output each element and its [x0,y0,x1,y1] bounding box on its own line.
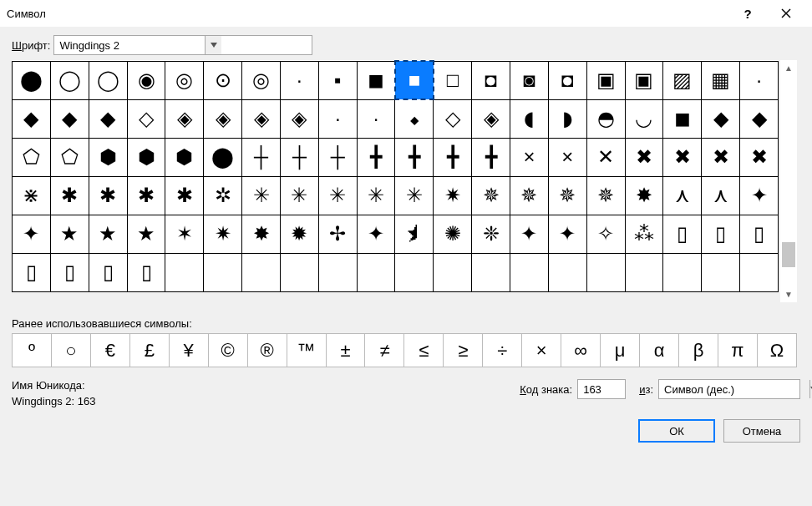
symbol-cell[interactable] [472,253,510,291]
symbol-cell[interactable]: ╋ [434,138,472,176]
ok-button[interactable]: ОК [638,419,715,443]
help-button[interactable]: ? [728,0,767,27]
scroll-up-icon[interactable]: ▲ [784,63,793,73]
recent-symbol-cell[interactable]: © [208,334,247,367]
symbol-cell[interactable]: ╋ [357,138,395,176]
symbol-cell[interactable]: ┼ [281,138,319,176]
symbol-cell[interactable]: ✷ [204,215,242,253]
symbol-cell[interactable]: ▯ [663,215,702,253]
symbol-cell[interactable]: ▯ [13,253,51,291]
recent-symbol-cell[interactable]: ○ [51,334,90,367]
symbol-cell[interactable]: ✢ [318,215,357,253]
recent-symbol-cell[interactable]: μ [601,334,640,367]
recent-symbol-cell[interactable]: ¥ [169,334,208,367]
symbol-cell[interactable]: ◇ [127,99,165,138]
symbol-cell[interactable]: ✦ [13,215,51,253]
char-code-input[interactable] [577,379,626,399]
symbol-cell[interactable]: ✧ [586,215,625,253]
symbol-cell[interactable]: ┼ [318,138,357,176]
recent-symbol-cell[interactable]: α [640,334,679,367]
symbol-cell[interactable]: ✖ [663,138,702,176]
symbol-cell[interactable]: ✖ [625,138,663,176]
symbol-cell[interactable] [204,253,242,291]
symbol-cell[interactable]: ⋏ [702,176,740,215]
symbol-cell[interactable]: ◡ [625,99,663,138]
scroll-thumb[interactable] [782,242,795,267]
close-button[interactable] [767,0,805,27]
symbol-cell[interactable]: ⋏ [663,176,702,215]
symbol-cell[interactable] [702,253,740,291]
symbol-cell[interactable]: ⯨ [395,215,434,253]
symbol-cell[interactable]: ◓ [586,99,625,138]
symbol-cell[interactable]: ⬠ [50,138,89,176]
symbol-cell[interactable] [586,253,625,291]
symbol-cell[interactable]: ✵ [548,176,586,215]
recent-symbol-cell[interactable]: £ [129,334,169,367]
symbol-cell[interactable]: ▦ [702,61,740,99]
recent-symbol-cell[interactable]: ™ [287,334,326,367]
symbol-cell[interactable]: ✳ [281,176,319,215]
recent-symbol-cell[interactable]: € [90,334,129,367]
symbol-cell[interactable]: ▯ [702,215,740,253]
symbol-cell[interactable]: ◆ [13,99,51,138]
symbol-cell[interactable]: ⬥ [395,99,434,138]
symbol-cell[interactable]: · [281,61,319,99]
symbol-cell[interactable]: ✸ [625,176,663,215]
symbol-cell[interactable]: ▯ [740,215,779,253]
symbol-cell[interactable]: ✱ [50,176,89,215]
scroll-down-icon[interactable]: ▼ [784,290,793,299]
symbol-cell[interactable]: ✱ [165,176,204,215]
code-from-combo[interactable] [658,379,800,399]
recent-symbol-cell[interactable]: º [13,334,52,367]
symbol-cell[interactable]: · [318,99,357,138]
recent-symbol-cell[interactable]: ÷ [483,334,522,367]
font-dropdown-button[interactable] [205,36,221,54]
symbol-cell[interactable]: ▨ [663,61,702,99]
symbol-cell[interactable]: ✳ [318,176,357,215]
symbol-cell[interactable]: ◯ [89,61,127,99]
symbol-cell[interactable]: ◆ [702,99,740,138]
font-input[interactable] [54,36,205,54]
symbol-cell[interactable]: ✕ [586,138,625,176]
symbol-cell[interactable]: ⬤ [13,61,51,99]
recent-symbol-cell[interactable]: Ω [757,334,796,367]
symbol-cell[interactable]: ◯ [50,61,89,99]
symbol-cell[interactable]: ✳ [395,176,434,215]
symbol-cell[interactable]: ◇ [434,99,472,138]
symbol-cell[interactable]: ◆ [740,99,779,138]
symbol-cell[interactable]: ◈ [242,99,281,138]
recent-symbol-cell[interactable]: × [522,334,561,367]
recent-symbol-cell[interactable]: β [679,334,718,367]
symbol-cell[interactable]: ⊙ [204,61,242,99]
symbol-cell[interactable]: ✵ [510,176,549,215]
symbol-cell[interactable] [510,253,549,291]
symbol-cell[interactable]: ⬢ [127,138,165,176]
symbol-cell[interactable]: × [548,138,586,176]
symbol-cell[interactable]: ▯ [127,253,165,291]
symbol-cell[interactable]: ✦ [510,215,549,253]
symbol-cell[interactable]: ✳ [357,176,395,215]
symbol-cell[interactable]: ◆ [50,99,89,138]
symbol-cell[interactable] [318,253,357,291]
symbol-cell[interactable]: ◈ [165,99,204,138]
symbol-cell[interactable]: ✹ [281,215,319,253]
symbol-cell[interactable] [242,253,281,291]
symbol-cell[interactable]: × [510,138,549,176]
symbol-cell[interactable]: ◉ [127,61,165,99]
code-from-input[interactable] [659,380,809,398]
symbol-cell[interactable]: ✱ [89,176,127,215]
symbol-cell[interactable] [434,253,472,291]
symbol-cell[interactable]: ✵ [586,176,625,215]
symbol-cell[interactable]: ╋ [472,138,510,176]
symbol-cell[interactable]: ❈ [472,215,510,253]
symbol-cell[interactable]: ▪ [318,61,357,99]
symbol-cell[interactable] [663,253,702,291]
symbol-cell[interactable]: ◗ [548,99,586,138]
recent-symbol-cell[interactable]: ≤ [404,334,444,367]
symbol-cell[interactable]: ⬢ [165,138,204,176]
cancel-button[interactable]: Отмена [723,419,800,443]
font-combo[interactable] [53,35,312,55]
symbol-cell[interactable]: ◆ [89,99,127,138]
symbol-cell[interactable]: ✦ [357,215,395,253]
symbol-cell[interactable]: ✦ [548,215,586,253]
